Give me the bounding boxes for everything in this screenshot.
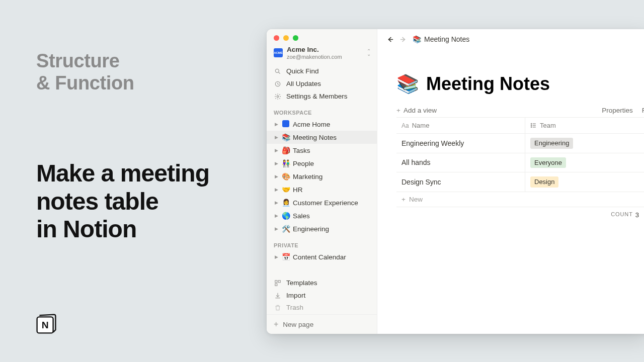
page-emoji-icon: 👫 xyxy=(281,159,290,167)
new-row-label: New xyxy=(409,196,423,203)
settings-members-button[interactable]: Settings & Members xyxy=(267,90,377,103)
page-emoji-icon: 🎨 xyxy=(281,172,290,180)
window-traffic-lights xyxy=(267,29,377,44)
page-emoji-icon: 🛠️ xyxy=(281,225,290,233)
topbar: 📚 Meeting Notes xyxy=(377,29,644,49)
plus-icon: + xyxy=(396,107,400,114)
page-emoji-icon: 📚 xyxy=(281,133,290,141)
hero-title-line3: in Notion xyxy=(36,216,136,242)
quick-find-button[interactable]: Quick Find xyxy=(267,65,377,77)
page-icon[interactable]: 📚 xyxy=(396,73,419,95)
sidebar-item-hr[interactable]: ▶🤝HR xyxy=(267,183,377,196)
nav-back-button[interactable] xyxy=(386,36,394,43)
chevron-right-icon[interactable]: ▶ xyxy=(274,254,279,259)
database-table: Aa Name Team Engineering WeeklyEngineeri… xyxy=(396,118,644,223)
new-page-button[interactable]: + New page xyxy=(267,314,377,334)
svg-point-15 xyxy=(531,127,532,128)
chevron-right-icon[interactable]: ▶ xyxy=(274,213,279,218)
svg-point-11 xyxy=(531,123,532,124)
minimize-window-icon[interactable] xyxy=(283,35,289,41)
chevron-up-down-icon: ⌃⌄ xyxy=(367,50,371,56)
cell-team[interactable]: Design xyxy=(525,172,644,192)
clock-icon xyxy=(274,80,282,87)
all-updates-button[interactable]: All Updates xyxy=(267,77,377,90)
svg-rect-7 xyxy=(278,280,280,282)
sidebar-item-people[interactable]: ▶👫People xyxy=(267,157,377,170)
sidebar-item-label: Meeting Notes xyxy=(293,134,337,141)
team-tag: Engineering xyxy=(530,138,573,149)
sidebar-item-sales[interactable]: ▶🌎Sales xyxy=(267,209,377,222)
sidebar-item-label: Sales xyxy=(293,212,310,220)
workspace-switcher[interactable]: ACME Acme Inc. zoe@makenotion.com ⌃⌄ xyxy=(267,44,377,65)
page-emoji-icon xyxy=(281,120,290,129)
table-row[interactable]: Engineering WeeklyEngineering xyxy=(396,134,644,153)
search-icon xyxy=(274,68,282,75)
svg-line-3 xyxy=(279,72,280,73)
team-tag: Everyone xyxy=(530,157,566,168)
sidebar-item-acme-home[interactable]: ▶Acme Home xyxy=(267,118,377,131)
trash-icon xyxy=(274,304,282,311)
trash-label: Trash xyxy=(286,304,303,311)
sidebar-item-engineering[interactable]: ▶🛠️Engineering xyxy=(267,222,377,235)
sidebar: ACME Acme Inc. zoe@makenotion.com ⌃⌄ Qui… xyxy=(267,29,377,334)
hero-title-line2: notes table xyxy=(36,188,158,215)
page-emoji-icon: 🎒 xyxy=(281,146,290,154)
quick-find-label: Quick Find xyxy=(286,67,319,75)
svg-point-5 xyxy=(277,96,279,98)
chevron-right-icon[interactable]: ▶ xyxy=(274,200,279,205)
column-team-header[interactable]: Team xyxy=(525,118,644,133)
sidebar-item-label: Tasks xyxy=(293,147,310,154)
cell-name[interactable]: Engineering Weekly xyxy=(396,134,525,153)
sidebar-item-meeting-notes[interactable]: ▶📚Meeting Notes xyxy=(267,131,377,144)
chevron-right-icon[interactable]: ▶ xyxy=(274,135,279,140)
cell-team[interactable]: Engineering xyxy=(525,134,644,153)
sidebar-item-content-calendar[interactable]: ▶📅Content Calendar xyxy=(267,250,377,263)
svg-rect-8 xyxy=(275,284,277,286)
new-row-button[interactable]: + New xyxy=(396,192,644,207)
column-team-label: Team xyxy=(540,122,556,129)
chevron-right-icon[interactable]: ▶ xyxy=(274,226,279,231)
breadcrumb[interactable]: 📚 Meeting Notes xyxy=(413,35,469,43)
chevron-right-icon[interactable]: ▶ xyxy=(274,148,279,153)
sidebar-item-marketing[interactable]: ▶🎨Marketing xyxy=(267,170,377,183)
sidebar-item-label: Engineering xyxy=(293,225,329,233)
breadcrumb-title: Meeting Notes xyxy=(424,35,469,43)
cell-team[interactable]: Everyone xyxy=(525,153,644,172)
add-view-button[interactable]: + Add a view xyxy=(396,107,437,114)
sidebar-item-label: Marketing xyxy=(293,173,323,180)
hero-subtitle-line1: Structure xyxy=(36,50,120,71)
count-value: 3 xyxy=(635,211,639,219)
chevron-right-icon[interactable]: ▶ xyxy=(274,122,279,127)
settings-label: Settings & Members xyxy=(286,93,348,100)
breadcrumb-page-icon: 📚 xyxy=(413,35,421,43)
nav-forward-button[interactable] xyxy=(399,36,408,43)
maximize-window-icon[interactable] xyxy=(293,35,298,41)
chevron-right-icon[interactable]: ▶ xyxy=(274,174,279,179)
cell-name[interactable]: Design Sync xyxy=(396,172,525,192)
chevron-right-icon[interactable]: ▶ xyxy=(274,161,279,166)
hero-subtitle-line2: & Function xyxy=(36,72,134,94)
main-content: 📚 Meeting Notes 📚 Meeting Notes + Add a … xyxy=(377,29,644,334)
workspace-name: Acme Inc. xyxy=(287,46,363,54)
trash-button[interactable]: Trash xyxy=(267,302,377,314)
table-row[interactable]: All handsEveryone xyxy=(396,153,644,173)
download-icon xyxy=(274,292,282,299)
sidebar-item-customer-experience[interactable]: ▶👩‍💼Customer Experience xyxy=(267,196,377,209)
section-workspace-label: WORKSPACE xyxy=(267,103,377,118)
svg-rect-6 xyxy=(275,280,277,282)
chevron-right-icon[interactable]: ▶ xyxy=(274,187,279,192)
svg-point-2 xyxy=(275,69,279,72)
templates-button[interactable]: Templates xyxy=(267,277,377,289)
svg-point-13 xyxy=(531,125,532,126)
page-title[interactable]: Meeting Notes xyxy=(426,73,550,95)
import-button[interactable]: Import xyxy=(267,289,377,302)
properties-button[interactable]: Properties xyxy=(602,107,633,114)
gear-icon xyxy=(274,93,282,100)
filter-button[interactable]: Fil xyxy=(642,107,644,114)
app-window: ACME Acme Inc. zoe@makenotion.com ⌃⌄ Qui… xyxy=(267,29,644,334)
cell-name[interactable]: All hands xyxy=(396,153,525,172)
close-window-icon[interactable] xyxy=(274,35,279,41)
sidebar-item-tasks[interactable]: ▶🎒Tasks xyxy=(267,144,377,157)
column-name-header[interactable]: Aa Name xyxy=(396,118,525,133)
table-row[interactable]: Design SyncDesign xyxy=(396,172,644,192)
